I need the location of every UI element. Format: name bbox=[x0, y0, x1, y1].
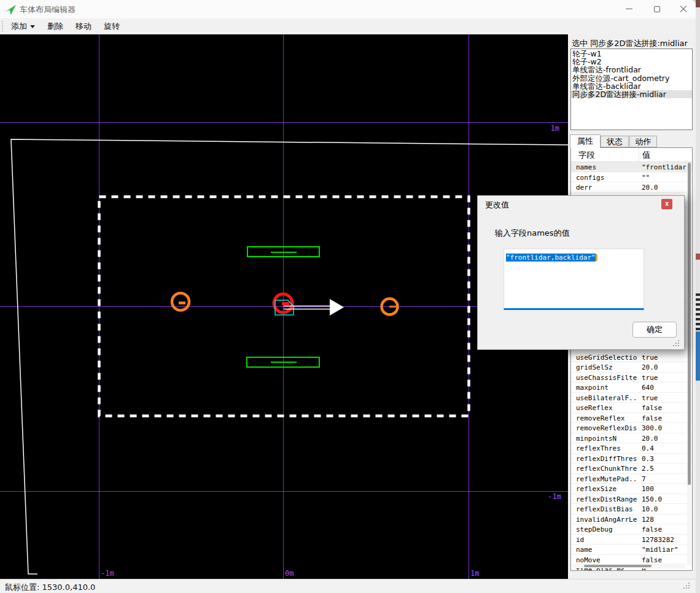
field-name: minpointsN bbox=[576, 435, 616, 443]
menu-move[interactable]: 移动 bbox=[71, 19, 96, 34]
desktop-fragment bbox=[696, 293, 700, 331]
column-divider bbox=[639, 148, 639, 161]
table-row[interactable]: removeReflexfalse bbox=[571, 413, 692, 424]
field-value: false bbox=[642, 525, 662, 533]
field-value: 20.0 bbox=[642, 363, 658, 371]
table-row[interactable]: stepDebugfalse bbox=[571, 524, 692, 535]
menu-rotate[interactable]: 旋转 bbox=[99, 19, 125, 34]
ok-button[interactable]: 确定 bbox=[632, 322, 677, 338]
toolbar-gripper[interactable] bbox=[2, 21, 4, 32]
table-rows-top: names"frontlidar,configs""derr20.0 bbox=[571, 162, 692, 193]
field-name: reflexSize bbox=[576, 485, 616, 493]
table-row[interactable]: useBilateralF...true bbox=[571, 393, 692, 403]
field-value: true bbox=[642, 394, 658, 402]
menu-delete-label: 删除 bbox=[47, 21, 63, 32]
table-row[interactable]: reflexDiffThres0.3 bbox=[571, 454, 692, 464]
field-value: "frontlidar, bbox=[642, 163, 686, 171]
text-caret bbox=[596, 254, 597, 261]
table-row[interactable]: reflexSize100 bbox=[571, 484, 692, 494]
table-row[interactable]: minpointsN20.0 bbox=[571, 433, 692, 444]
menu-delete[interactable]: 删除 bbox=[42, 19, 68, 34]
column-header-field: 字段 bbox=[578, 150, 595, 161]
component-wheel-w1[interactable] bbox=[172, 293, 189, 311]
chevron-down-icon bbox=[30, 25, 35, 28]
table-header: 字段 值 bbox=[571, 148, 692, 162]
table-row[interactable]: maxpoint640 bbox=[571, 382, 692, 393]
dialog-prompt-label: 输入字段names的值 bbox=[495, 228, 570, 239]
list-item[interactable]: 外部定位源-cart_odometry bbox=[571, 74, 692, 82]
field-value: false bbox=[642, 414, 662, 422]
y-axis-label-1m: 1m bbox=[551, 124, 559, 133]
list-item[interactable]: 单线雷达-frontlidar bbox=[571, 66, 692, 74]
status-bar: 鼠标位置: 1530.0,410.0 bbox=[0, 579, 696, 593]
field-name: names bbox=[576, 163, 596, 171]
menu-add[interactable]: 添加 bbox=[6, 19, 40, 34]
component-list[interactable]: 轮子-w1轮子-w2单线雷达-frontlidar外部定位源-cart_odom… bbox=[570, 48, 693, 130]
horizontal-scroll-thumb[interactable] bbox=[584, 565, 651, 567]
field-value: 640 bbox=[642, 384, 654, 392]
dialog-resize-grip[interactable] bbox=[678, 340, 679, 341]
table-row[interactable]: removeReflexDist300.0 bbox=[571, 423, 692, 433]
field-value: true bbox=[642, 374, 658, 382]
dialog-title: 更改值 bbox=[485, 200, 509, 211]
field-value: 100 bbox=[642, 485, 654, 493]
field-name: id bbox=[576, 536, 584, 544]
dialog-close-button[interactable]: x bbox=[661, 199, 672, 209]
desktop-fragment bbox=[696, 0, 700, 7]
field-name: gridSelSz bbox=[576, 363, 613, 371]
field-value: 2.5 bbox=[642, 465, 654, 473]
close-icon bbox=[680, 6, 687, 13]
table-row[interactable]: invalidAngArrLen128 bbox=[571, 514, 692, 525]
table-horizontal-scrollbar[interactable] bbox=[573, 564, 685, 568]
menu-move-label: 移动 bbox=[76, 21, 91, 32]
value-input[interactable]: "frontlidar,backlidar" bbox=[504, 249, 644, 310]
field-name: noMove bbox=[576, 556, 601, 564]
table-row[interactable]: reflexDistRange150.0 bbox=[571, 494, 692, 505]
tab-actions[interactable]: 动作 bbox=[629, 136, 657, 147]
menu-add-label: 添加 bbox=[11, 21, 27, 32]
table-row[interactable]: configs"" bbox=[571, 172, 692, 183]
vertical-scroll-thumb[interactable] bbox=[688, 163, 691, 485]
table-row[interactable]: name"midliar" bbox=[571, 545, 692, 555]
table-row[interactable]: reflexThres0.4 bbox=[571, 443, 692, 454]
table-row[interactable]: useGridSelectiontrue bbox=[571, 352, 692, 363]
field-value: 20.0 bbox=[642, 184, 658, 192]
x-axis-label-minus1m: -1m bbox=[101, 569, 114, 578]
tab-status[interactable]: 状态 bbox=[601, 136, 629, 147]
window-title: 车体布局编辑器 bbox=[20, 4, 76, 15]
list-item[interactable]: 同步多2D雷达拼接-midliar bbox=[571, 90, 692, 98]
window-resize-grip[interactable] bbox=[688, 583, 690, 584]
table-row[interactable]: id12783282 bbox=[571, 535, 692, 545]
field-name: useChassisFilter bbox=[576, 374, 637, 382]
field-name: stepDebug bbox=[576, 525, 613, 533]
menu-bar: 添加 删除 移动 旋转 bbox=[0, 18, 696, 34]
table-row[interactable]: derr20.0 bbox=[571, 182, 692, 193]
field-value: "midliar" bbox=[642, 546, 679, 554]
desktop-background-strip bbox=[696, 0, 700, 593]
field-name: derr bbox=[576, 184, 593, 192]
field-value: 128 bbox=[642, 516, 654, 524]
field-name: useGridSelection bbox=[576, 354, 637, 362]
mouse-position-text: 鼠标位置: 1530.0,410.0 bbox=[5, 582, 95, 593]
table-row[interactable]: useReflexfalse bbox=[571, 403, 692, 413]
close-button[interactable] bbox=[671, 0, 696, 18]
field-name: useBilateralF... bbox=[576, 394, 637, 402]
field-name: removeReflexDist bbox=[576, 424, 637, 432]
table-row[interactable]: gridSelSz20.0 bbox=[571, 362, 692, 373]
field-value: 12783282 bbox=[642, 536, 674, 544]
field-name: reflexMutePad... bbox=[576, 475, 637, 483]
table-row[interactable]: useChassisFiltertrue bbox=[571, 373, 692, 383]
selected-component-label: 选中 同步多2D雷达拼接:midliar bbox=[572, 38, 688, 49]
maximize-button[interactable] bbox=[643, 0, 671, 18]
tab-attributes[interactable]: 属性 bbox=[570, 134, 601, 148]
field-value: 7 bbox=[642, 475, 646, 483]
table-row[interactable]: reflexMutePad...7 bbox=[571, 474, 692, 484]
maximize-icon bbox=[654, 6, 660, 12]
menu-rotate-label: 旋转 bbox=[104, 21, 120, 32]
field-name: maxpoint bbox=[576, 384, 609, 392]
table-row[interactable]: reflexChunkThres2.5 bbox=[571, 463, 692, 474]
minimize-button[interactable] bbox=[615, 0, 643, 18]
table-vertical-scrollbar[interactable] bbox=[687, 163, 691, 565]
table-row[interactable]: names"frontlidar, bbox=[571, 162, 692, 172]
table-row[interactable]: reflexDistBias10.0 bbox=[571, 504, 692, 514]
